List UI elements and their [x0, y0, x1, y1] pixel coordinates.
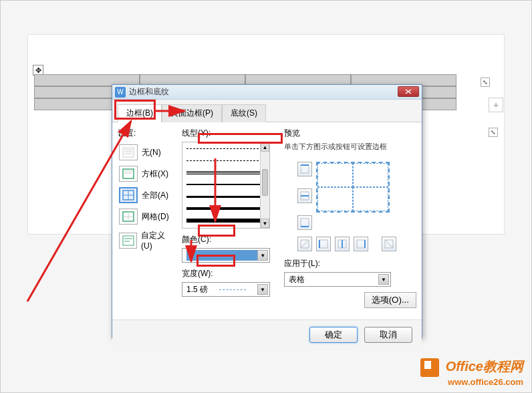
- border-right-button[interactable]: [354, 237, 368, 251]
- preset-box-label: 方框(X): [142, 168, 168, 180]
- settings-column: 设置: 无(N) 方框(X) 全部(A) 网格(D): [118, 128, 176, 314]
- style-item[interactable]: [182, 215, 269, 227]
- style-scrollbar[interactable]: ▲ ▼: [260, 142, 269, 228]
- watermark-brand: Office教程网: [446, 359, 523, 374]
- scroll-down-icon[interactable]: ▼: [261, 219, 269, 228]
- color-dropdown[interactable]: ▼: [182, 248, 270, 263]
- style-item[interactable]: [182, 190, 269, 203]
- style-label: 线型(Y):: [182, 128, 279, 139]
- chevron-down-icon: ▼: [257, 284, 268, 295]
- width-sample-line: [219, 289, 246, 290]
- apply-value: 表格: [289, 274, 305, 285]
- preset-box[interactable]: 方框(X): [118, 163, 176, 184]
- border-left-button[interactable]: [316, 237, 331, 251]
- preview-hint: 单击下方图示或按钮可设置边框: [284, 142, 387, 150]
- preset-all[interactable]: 全部(A): [118, 184, 176, 206]
- style-column: 线型(Y): ▲ ▼ 颜色(C): ▼ 宽度(W):: [182, 128, 279, 314]
- close-icon: [405, 89, 412, 94]
- scroll-up-icon[interactable]: ▲: [261, 142, 269, 152]
- svg-line-31: [385, 240, 393, 248]
- svg-rect-20: [301, 219, 309, 227]
- chevron-down-icon: ▼: [257, 250, 268, 261]
- preset-custom[interactable]: 自定义(U): [118, 227, 176, 253]
- preset-all-label: 全部(A): [142, 190, 168, 201]
- preset-custom-label: 自定义(U): [141, 230, 175, 251]
- border-top-button[interactable]: [297, 162, 312, 176]
- dialog-buttons: 确定 取消: [112, 319, 422, 350]
- preview-label: 预览: [284, 128, 416, 139]
- style-item[interactable]: [182, 154, 269, 166]
- add-button[interactable]: +: [489, 98, 503, 112]
- svg-rect-24: [319, 240, 327, 248]
- color-label: 颜色(C):: [182, 234, 279, 245]
- watermark: Office教程网 www.office26.com: [420, 358, 523, 387]
- preset-grid-label: 网格(D): [142, 211, 169, 223]
- dialog-title: 边框和底纹: [129, 86, 169, 98]
- border-bottom-button[interactable]: [297, 215, 312, 230]
- svg-rect-28: [357, 240, 365, 248]
- scroll-thumb[interactable]: [262, 169, 268, 196]
- preset-grid[interactable]: 网格(D): [118, 206, 176, 227]
- style-item[interactable]: [182, 203, 269, 215]
- apply-label: 应用于(L):: [284, 258, 416, 269]
- preset-none[interactable]: 无(N): [118, 142, 176, 163]
- preset-none-label: 无(N): [142, 147, 161, 158]
- resize-handle-2[interactable]: ⤡: [489, 128, 498, 137]
- border-vmid-button[interactable]: [335, 237, 350, 251]
- line-style-list[interactable]: ▲ ▼: [182, 142, 270, 229]
- svg-rect-0: [123, 148, 134, 157]
- width-label: 宽度(W):: [182, 268, 279, 279]
- tab-shading[interactable]: 底纹(S): [222, 104, 266, 122]
- svg-rect-16: [301, 165, 309, 173]
- options-button[interactable]: 选项(O)...: [364, 292, 416, 308]
- resize-handle[interactable]: ⤡: [481, 78, 490, 87]
- apply-dropdown[interactable]: 表格 ▼: [284, 272, 391, 287]
- cancel-button[interactable]: 取消: [364, 327, 412, 343]
- preview-sample[interactable]: [316, 162, 390, 213]
- tab-page-border[interactable]: 页面边框(P): [162, 104, 222, 122]
- ok-button[interactable]: 确定: [309, 327, 358, 343]
- dialog-content: 设置: 无(N) 方框(X) 全部(A) 网格(D): [112, 122, 422, 319]
- tab-border[interactable]: 边框(B): [118, 104, 162, 122]
- svg-line-23: [301, 240, 309, 248]
- border-diag1-button[interactable]: [297, 237, 312, 251]
- borders-shading-dialog: W 边框和底纹 边框(B) 页面边框(P) 底纹(S) 设置: 无(N) 方框(…: [112, 84, 422, 338]
- style-item[interactable]: [182, 142, 269, 154]
- width-value: 1.5 磅: [186, 284, 208, 295]
- chevron-down-icon: ▼: [378, 274, 389, 285]
- tab-strip: 边框(B) 页面边框(P) 底纹(S): [112, 100, 422, 122]
- color-swatch: [186, 250, 257, 261]
- style-item[interactable]: [182, 178, 269, 190]
- dialog-titlebar[interactable]: W 边框和底纹: [112, 85, 422, 100]
- app-icon: W: [115, 87, 126, 98]
- watermark-url: www.office26.com: [420, 377, 523, 387]
- svg-rect-4: [123, 169, 134, 178]
- preview-column: 预览 单击下方图示或按钮可设置边框 应用于(L: [284, 128, 416, 314]
- border-diag2-button[interactable]: [382, 237, 396, 251]
- svg-rect-13: [123, 236, 134, 245]
- width-dropdown[interactable]: 1.5 磅 ▼: [182, 282, 270, 297]
- style-item[interactable]: [182, 166, 269, 178]
- settings-label: 设置:: [118, 128, 176, 139]
- close-button[interactable]: [398, 86, 419, 97]
- watermark-icon: [420, 358, 439, 377]
- border-hmid-button[interactable]: [297, 188, 312, 203]
